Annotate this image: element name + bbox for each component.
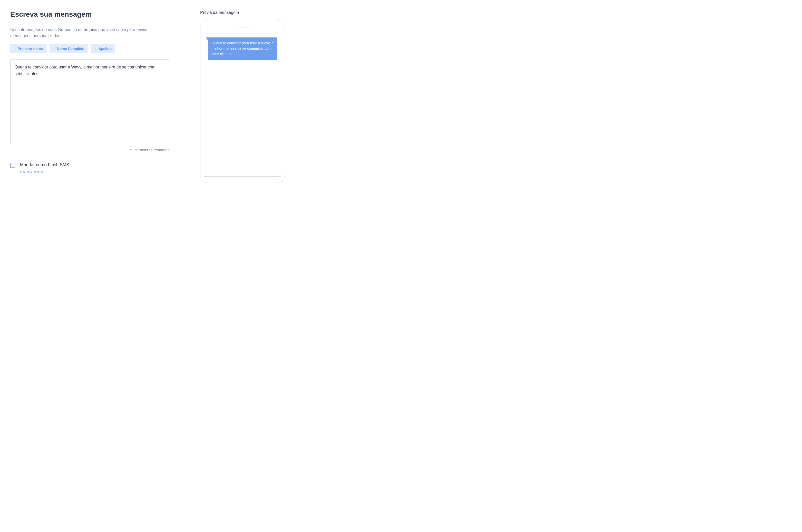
phone-speaker-icon [239,26,251,27]
message-bubble: Queria te convidar para usar a Wavy, a m… [208,37,277,60]
char-counter: 72 caracteres restantes [10,148,169,152]
chip-apelido[interactable]: + Apelido [91,44,115,53]
phone-notch [204,24,281,29]
plus-icon: + [53,47,55,51]
chip-label: Primeiro nome [18,47,43,51]
phone-camera-icon [234,25,236,27]
preview-title: Prévia da mensagem [200,10,288,15]
page-title: Escreva sua mensagem [10,10,169,18]
plus-icon: + [95,47,97,51]
variable-chips: + Primeiro nome + Nome Completo + Apelid… [10,44,169,53]
phone-screen: Queria te convidar para usar a Wavy, a m… [204,34,281,177]
message-bubble-wrap: Queria te convidar para usar a Wavy, a m… [208,37,277,60]
chip-nome-completo[interactable]: + Nome Completo [50,44,88,53]
flash-sms-label: Mandar como Flash SMS [20,162,69,167]
phone-preview: Queria te convidar para usar a Wavy, a m… [200,19,285,183]
learn-more-link[interactable]: SAIBA MAIS [20,170,69,174]
chip-label: Apelido [98,47,112,51]
chip-label: Nome Completo [57,47,85,51]
chip-primeiro-nome[interactable]: + Primeiro nome [10,44,47,53]
page-subtitle: Use informações de seus Grupos ou do arq… [10,27,169,39]
flash-sms-checkbox[interactable] [10,163,15,168]
message-textarea[interactable] [10,59,169,144]
plus-icon: + [14,47,16,51]
